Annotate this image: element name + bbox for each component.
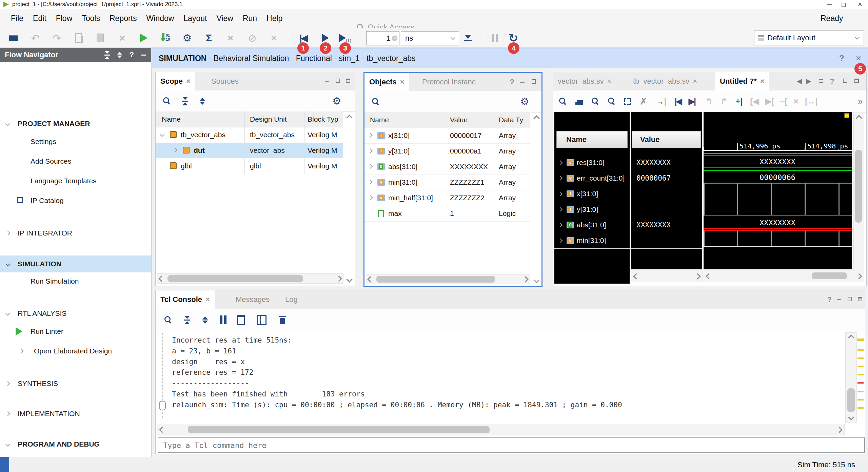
collapse-all-icon[interactable]: [184, 316, 190, 324]
col-data-type[interactable]: Data Ty: [499, 112, 523, 128]
expand-icon[interactable]: [368, 148, 373, 153]
menu-run[interactable]: Run: [238, 9, 262, 28]
help-icon[interactable]: ?: [839, 54, 844, 63]
console-v-scrollbar[interactable]: [845, 332, 857, 423]
next-transition-icon[interactable]: ▶|: [689, 97, 695, 106]
scroll-left-arrow[interactable]: [158, 275, 164, 282]
sidebar-item-add-sources[interactable]: Add Sources: [0, 154, 151, 169]
scroll-down-arrow[interactable]: [346, 276, 352, 282]
help-icon[interactable]: ?: [827, 295, 832, 304]
scope-row-glbl[interactable]: glbl glbl Verilog M: [156, 158, 343, 174]
menu-file[interactable]: File: [6, 9, 28, 28]
col-name[interactable]: Name: [566, 135, 587, 144]
marker-prev-icon[interactable]: [◀: [750, 97, 759, 106]
object-row-abs[interactable]: 0 abs[31:0] XXXXXXXX Array: [364, 159, 530, 175]
minimize-panel-icon[interactable]: [325, 81, 329, 82]
sim-time-unit-select[interactable]: ns: [401, 31, 459, 45]
close-icon[interactable]: ×: [397, 78, 405, 86]
remove-marker-icon[interactable]: ‒[: [780, 97, 787, 106]
sigma-button[interactable]: Σ: [201, 31, 216, 45]
sidebar-item-settings[interactable]: Settings: [0, 134, 151, 149]
scroll-left-arrow[interactable]: [367, 276, 373, 282]
scroll-up-arrow[interactable]: [346, 115, 352, 121]
menu-help[interactable]: Help: [262, 9, 287, 28]
run-button[interactable]: [136, 31, 151, 45]
swap-after-icon[interactable]: ↱: [720, 96, 728, 107]
wave-signal-y[interactable]: I y[31:0]: [554, 202, 630, 217]
close-icon[interactable]: ×: [856, 53, 861, 64]
fold-handle-icon[interactable]: [159, 401, 166, 410]
menu-edit[interactable]: Edit: [28, 9, 51, 28]
sim-step-button[interactable]: [460, 31, 475, 45]
float-panel-icon[interactable]: [346, 78, 350, 84]
tab-vector-abs-sv[interactable]: vector_abs.sv×: [553, 72, 616, 90]
add-marker-icon[interactable]: +|: [735, 97, 743, 106]
swap-before-icon[interactable]: ↰: [705, 96, 713, 107]
col-design-unit[interactable]: Design Unit: [250, 111, 287, 127]
collapse-all-icon[interactable]: [182, 97, 188, 105]
search-icon[interactable]: [164, 316, 172, 324]
sidebar-item-ip-catalog[interactable]: IP Catalog: [0, 193, 151, 208]
sidebar-section-program-and-debug[interactable]: PROGRAM AND DEBUG: [0, 437, 151, 452]
menu-layout[interactable]: Layout: [179, 9, 212, 28]
expand-all-icon[interactable]: [200, 98, 205, 105]
page-columns-icon[interactable]: [257, 315, 267, 325]
values-h-scrollbar[interactable]: [631, 270, 703, 282]
sidebar-section-implementation[interactable]: IMPLEMENTATION: [0, 406, 151, 421]
wave-signal-err-count[interactable]: v err_count[31:0]: [554, 170, 630, 186]
tab-untitled-7[interactable]: Untitled 7*×: [715, 72, 769, 90]
paste-button[interactable]: [93, 31, 108, 45]
maximize-panel-icon[interactable]: [843, 78, 847, 84]
tab-tb-vector-abs-sv[interactable]: tb_vector_abs.sv×: [628, 72, 702, 90]
generate-bitstream-button[interactable]: 0110: [158, 31, 173, 45]
scroll-left-arrow[interactable]: [706, 273, 712, 279]
close-icon[interactable]: ×: [202, 295, 210, 304]
wave-signal-abs[interactable]: 0 abs[31:0]: [554, 217, 630, 233]
scroll-right-arrow[interactable]: [694, 273, 701, 279]
open-project-button[interactable]: [6, 31, 21, 45]
wave-signal-res[interactable]: v res[31:0]: [554, 155, 630, 170]
col-value[interactable]: Value: [640, 135, 659, 144]
sidebar-item-language-templates[interactable]: Language Templates: [0, 173, 151, 188]
sidebar-section-ip-integrator[interactable]: IP INTEGRATOR: [0, 226, 151, 241]
scope-row-dut[interactable]: dut vector_abs Verilog M: [156, 143, 343, 158]
close-icon[interactable]: ×: [604, 77, 612, 85]
layout-select[interactable]: Default Layout: [754, 30, 864, 45]
scroll-up-arrow[interactable]: [848, 334, 854, 341]
tab-menu-icon[interactable]: ≡: [819, 76, 824, 86]
h-scrollbar[interactable]: [157, 273, 343, 284]
expand-icon[interactable]: [368, 195, 373, 200]
sim-time-input-box[interactable]: 1 ×: [366, 31, 399, 45]
collapse-all-icon[interactable]: [104, 51, 110, 59]
search-icon[interactable]: [163, 97, 171, 105]
close-icon[interactable]: ×: [757, 77, 765, 85]
minimize-panel-icon[interactable]: [520, 82, 525, 83]
copy-button[interactable]: [71, 31, 86, 45]
tab-protocol-instances[interactable]: Protocol Instanc: [417, 73, 480, 91]
object-row-min[interactable]: v min[31:0] ZZZZZZZ1 Array: [364, 175, 530, 190]
console-output[interactable]: Incorrect res at time 515ns: a = 23, b =…: [156, 331, 845, 423]
delete-button[interactable]: ×: [115, 31, 130, 45]
col-block-type[interactable]: Block Typ: [308, 111, 338, 127]
scroll-right-arrow[interactable]: [522, 276, 528, 282]
maximize-panel-icon[interactable]: [848, 296, 852, 303]
overflow-icon[interactable]: »: [858, 96, 863, 107]
sim-time-value[interactable]: 1: [367, 34, 390, 43]
search-icon[interactable]: [559, 98, 567, 105]
h-scrollbar[interactable]: [366, 274, 530, 284]
object-row-max[interactable]: max 1 Logic: [364, 206, 530, 222]
help-icon[interactable]: ?: [830, 77, 834, 86]
wave-signal-min[interactable]: v min[31:0]: [554, 233, 630, 248]
col-name[interactable]: Name: [370, 112, 389, 128]
object-row-min-half[interactable]: v min_half[31:0] ZZZZZZZ2 Array: [364, 190, 530, 206]
marker-next-icon[interactable]: ▶[: [765, 97, 774, 106]
object-row-y[interactable]: I y[31:0] 000000a1 Array: [364, 143, 530, 159]
console-h-scrollbar[interactable]: [157, 424, 845, 435]
tab-messages[interactable]: Messages: [231, 290, 274, 309]
gear-icon[interactable]: ⚙: [520, 97, 529, 107]
sidebar-section-rtl-analysis[interactable]: RTL ANALYSIS: [0, 306, 151, 321]
tab-objects[interactable]: Objects×: [364, 73, 409, 91]
sidebar-section-project-manager[interactable]: PROJECT MANAGER: [0, 116, 151, 131]
menu-window[interactable]: Window: [142, 9, 179, 28]
window-restore-button[interactable]: [842, 2, 846, 9]
